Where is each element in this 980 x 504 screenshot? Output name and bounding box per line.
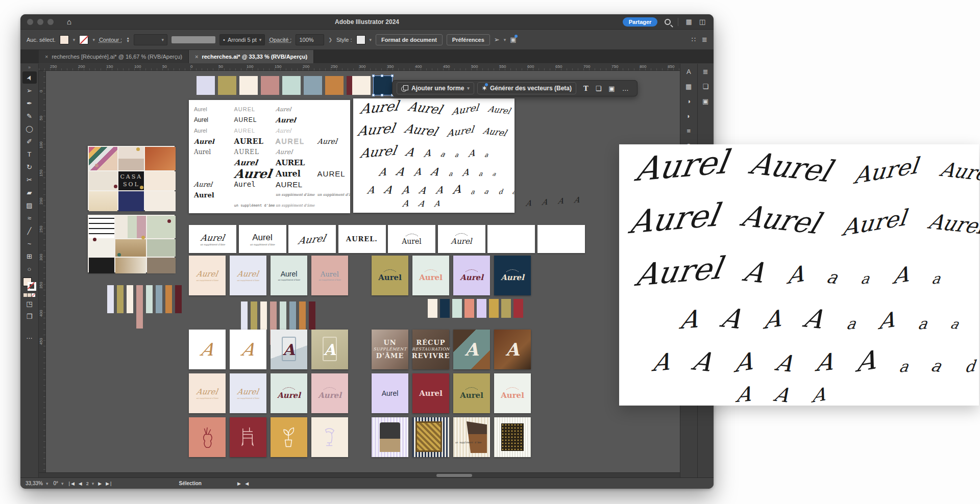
traffic-lights[interactable] (27, 19, 54, 25)
selection-handle[interactable] (372, 74, 375, 77)
zoom-tool[interactable]: ○ (22, 263, 37, 275)
selected-color-swatch[interactable] (374, 76, 392, 95)
logo-option-box[interactable]: Aurel (388, 225, 435, 253)
eyedropper-tool[interactable]: ╱ (22, 224, 37, 237)
type-sample[interactable] (234, 190, 276, 200)
type-sample[interactable] (317, 115, 348, 125)
logo-option-box[interactable]: Aurelun supplément d'âme (239, 225, 286, 253)
type-sample[interactable]: AUREL (276, 179, 317, 189)
color-logo-tile[interactable]: Aurel (372, 256, 408, 295)
palette-swatch[interactable] (251, 301, 257, 330)
swatches-panel-icon[interactable]: ▦ (685, 83, 692, 90)
brand-tile[interactable]: Aurel (311, 373, 348, 413)
type-sample[interactable]: Aurel (276, 168, 317, 179)
close-window-icon[interactable] (27, 19, 33, 25)
type-sample[interactable]: AUREL (317, 168, 348, 179)
color-swatch[interactable] (197, 76, 215, 95)
color-logo-tile[interactable]: Aurel (494, 256, 531, 295)
chevron-down-icon[interactable]: ▾ (61, 481, 64, 486)
chevron-down-icon[interactable]: ▾ (504, 37, 506, 42)
color-swatch[interactable] (261, 76, 279, 95)
color-swatch[interactable] (218, 76, 236, 95)
paintbrush-tool[interactable]: ▰ (22, 186, 37, 198)
logo-option-box[interactable] (537, 225, 585, 253)
share-button[interactable]: Partager (623, 17, 658, 27)
pen-tool[interactable]: ✒ (22, 97, 37, 109)
stroke-swatch[interactable] (28, 282, 36, 291)
last-artboard-button[interactable]: ▶| (106, 481, 112, 486)
preferences-button[interactable]: Préférences (447, 34, 490, 45)
type-sample[interactable]: Aurel (276, 147, 317, 157)
close-tab-icon[interactable]: × (45, 54, 48, 60)
type-sample[interactable]: AUREL (234, 115, 276, 125)
select-similar-icon[interactable]: ➢ (494, 36, 500, 43)
more-options-icon[interactable]: … (622, 85, 629, 92)
palette-swatch[interactable] (107, 285, 114, 313)
minimize-window-icon[interactable] (37, 19, 43, 25)
moodboard-1[interactable]: CASASOL (88, 146, 175, 210)
type-sample[interactable] (317, 147, 348, 157)
color-swatch[interactable] (304, 76, 322, 95)
selection-handle[interactable] (391, 74, 394, 77)
color-logo-tile[interactable]: Aurelun supplément d'âme (311, 256, 348, 295)
gradient-panel-icon[interactable]: ◗ (687, 112, 691, 120)
chevron-down-icon[interactable]: ▾ (92, 37, 95, 42)
type-sample[interactable]: Aurel (194, 190, 234, 200)
color-swatch[interactable] (239, 76, 258, 95)
palette-swatch[interactable] (464, 299, 474, 318)
smooth-tool[interactable]: ~ (22, 237, 37, 249)
type-sample[interactable]: Aurel (194, 179, 234, 189)
status-arrows[interactable]: ▶ ◀ (237, 481, 250, 486)
vase-illustration[interactable] (189, 417, 226, 457)
type-tool-icon[interactable]: T (583, 85, 589, 92)
photo-tile[interactable]: A (494, 330, 531, 369)
handwriting-artboard[interactable]: AurelAurelAurelAurelAurelAurelAurelAurel… (353, 98, 514, 213)
logo-option-box[interactable]: Aurel (288, 225, 336, 253)
moodboard-2[interactable] (88, 215, 175, 272)
type-sample[interactable] (317, 158, 348, 168)
color-swatch[interactable] (282, 76, 301, 95)
stroke-weight-field[interactable]: ▾ (134, 34, 167, 45)
workspace-grid-icon[interactable]: ∷ (692, 36, 696, 43)
palette-swatch[interactable] (175, 285, 182, 313)
document-tab[interactable]: ×recherches.ai* @ 33,33 % (RVB/Aperçu) (189, 50, 314, 63)
palette-swatch[interactable] (241, 301, 248, 330)
document-setup-button[interactable]: Format de document (376, 34, 443, 45)
stroke-weight-label[interactable]: Contour : (99, 37, 122, 43)
type-sample[interactable]: Aurel (317, 136, 348, 146)
color-swatch[interactable] (325, 76, 344, 95)
stroke-weight-stepper[interactable]: ▲▼ (126, 37, 130, 43)
palette-swatch[interactable] (117, 285, 124, 313)
photo-tile[interactable]: A (271, 330, 307, 369)
type-tool[interactable]: T (22, 148, 37, 160)
artboard-number[interactable]: 2 (86, 481, 89, 486)
monogram-tile[interactable] (412, 417, 449, 457)
type-sample[interactable]: Aurel (194, 125, 234, 136)
type-sample[interactable]: Aurel (194, 136, 234, 146)
horizontal-scrollbar[interactable] (39, 472, 680, 477)
gradient-swatch-icon[interactable] (28, 293, 31, 297)
type-sample[interactable]: Aurel (276, 125, 317, 136)
brand-tile[interactable]: Aurelun supplément d'âme (230, 373, 266, 413)
palette-swatch[interactable] (489, 299, 499, 318)
draw-mode-icon[interactable]: ◳ (22, 297, 37, 310)
color-mode-icons[interactable] (23, 293, 35, 297)
none-swatch-icon[interactable] (32, 293, 35, 297)
gradient-tool[interactable]: ▨ (22, 199, 37, 211)
type-sample[interactable]: AUREL (234, 104, 276, 114)
palette-swatch[interactable] (428, 299, 437, 318)
panel-menu-icon[interactable]: ≣ (702, 36, 707, 43)
brand-tile[interactable]: Aurel (372, 373, 408, 413)
type-sample[interactable]: Aurel (194, 147, 234, 157)
color-logo-tile[interactable]: Aurel (453, 256, 490, 295)
palette-swatch[interactable] (146, 285, 153, 313)
image-trace-icon[interactable]: ▣ (608, 85, 615, 92)
type-sample[interactable] (317, 179, 348, 189)
pencil-tool[interactable]: ✐ (22, 135, 37, 147)
palette-swatch[interactable] (299, 301, 306, 330)
monogram-tile[interactable]: A (189, 330, 226, 369)
type-sample[interactable]: AUREL (234, 125, 276, 136)
blend-tool[interactable]: ≈ (22, 212, 37, 224)
palette-swatch[interactable] (156, 285, 162, 313)
type-sample[interactable] (194, 158, 234, 168)
